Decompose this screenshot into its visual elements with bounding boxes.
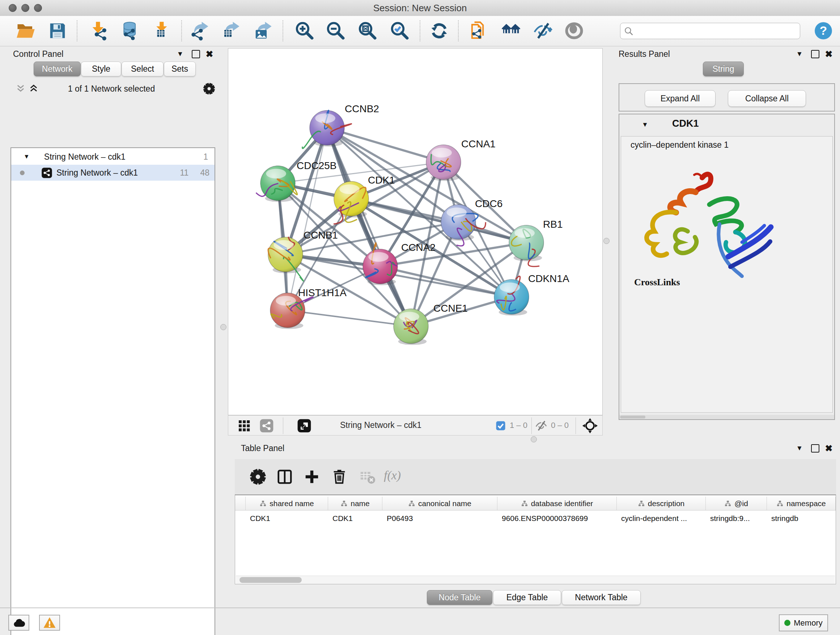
help-button[interactable]: ? [814,21,833,40]
tab-network-table[interactable]: Network Table [562,590,641,605]
node-CDK1[interactable] [333,181,369,224]
results-panel-float-button[interactable] [811,48,819,60]
export-table-icon [221,21,240,42]
home-pages-button[interactable] [501,21,521,41]
network-canvas[interactable]: CCNB2CCNA1CDC25BCDK1CDC6RB1CCNB1CCNA2HIS… [228,48,603,415]
table-panel-close-button[interactable]: ✖ [824,442,834,454]
node-label-HIST1H1A: HIST1H1A [298,287,347,298]
detach-view-icon[interactable] [297,418,311,433]
import-network-icon [88,21,108,42]
node-CDC6[interactable] [441,204,485,246]
zoom-fit-button[interactable] [357,21,377,41]
expand-all-button[interactable]: Expand All [645,90,715,107]
collapse-all-button[interactable]: Collapse All [728,90,806,107]
cloud-status-button[interactable] [8,615,29,631]
gear-icon[interactable] [203,82,215,95]
table-hscrollbar-thumb[interactable] [240,577,302,583]
hidden-count: 0 – 0 [551,421,569,430]
node-CDKN1A[interactable] [494,276,529,316]
table-row[interactable]: CDK1CDK1P064939606.ENSP00000378699cyclin… [235,510,836,526]
left-splitter-handle[interactable] [220,324,226,330]
control-panel-close-button[interactable]: ✖ [205,48,214,60]
column-header-name[interactable]: name [328,497,382,510]
table-panel-float-button[interactable] [811,442,819,454]
node-label-CCNA1: CCNA1 [461,138,496,149]
horizontal-splitter-handle[interactable] [531,436,537,442]
column-header--id[interactable]: @id [706,497,767,510]
tab-sets[interactable]: Sets [164,62,196,76]
tab-string[interactable]: String [703,62,744,76]
results-scrollbar-track[interactable] [619,415,834,419]
node-count: 11 [180,168,189,178]
network-collection-row[interactable]: ▼ String Network – cdk1 1 [11,149,215,165]
column-type-icon [521,500,528,507]
results-scrollbar-thumb[interactable] [620,416,645,418]
add-column-icon[interactable] [303,469,320,485]
edge-CCNE1-HIST1H1A[interactable] [287,310,411,326]
birds-eye-view-icon[interactable] [237,418,251,433]
tree-expander-icon[interactable]: ▼ [24,153,30,160]
import-table-button[interactable] [152,21,172,41]
node-CCNE1[interactable] [393,309,428,345]
zoom-out-button[interactable] [325,21,345,41]
node-CCNA1[interactable] [426,145,461,181]
tab-edge-table[interactable]: Edge Table [493,590,561,605]
refresh-icon [429,21,449,42]
control-panel-float-menu[interactable]: ▼ [175,48,185,60]
open-session-button[interactable] [16,21,35,41]
node-RB1[interactable] [509,225,544,266]
search-box[interactable] [620,23,800,39]
crosshair-icon[interactable] [582,418,598,434]
import-network-database-button[interactable] [119,21,139,41]
results-panel-float-menu[interactable]: ▼ [795,48,804,60]
string-network-icon [41,167,52,179]
zoom-selected-button[interactable] [390,21,409,41]
export-image-button[interactable] [253,21,273,41]
delete-column-icon[interactable] [331,469,347,485]
node-CCNA2[interactable] [363,243,398,285]
table-hscrollbar[interactable] [236,576,835,584]
string-network-graph[interactable]: CCNB2CCNA1CDC25BCDK1CDC6RB1CCNB1CCNA2HIS… [228,49,602,415]
refresh-view-button[interactable] [429,21,449,41]
selected-checkbox-icon[interactable] [495,420,506,431]
column-header-gutter[interactable] [235,497,246,510]
tab-style[interactable]: Style [81,62,121,76]
export-network-button[interactable] [190,21,210,41]
network-row-selected[interactable]: String Network – cdk1 11 48 [11,165,215,181]
column-header-namespace[interactable]: namespace [767,497,836,510]
import-table-icon [152,21,172,42]
table-gear-icon[interactable] [249,469,266,485]
column-header-shared-name[interactable]: shared name [246,497,328,510]
save-session-button[interactable] [48,21,67,41]
hide-display-button[interactable] [533,21,553,41]
right-splitter-handle[interactable] [603,238,609,244]
column-label: @id [734,499,748,508]
column-type-icon [408,500,415,507]
edge-CCNA2-CDKN1A[interactable] [380,266,512,297]
node-CDC25B[interactable] [256,166,297,202]
string-import-button[interactable] [469,21,489,41]
column-header-canonical-name[interactable]: canonical name [382,497,497,510]
column-header-description[interactable]: description [617,497,706,510]
export-image-icon [253,21,273,42]
import-network-file-button[interactable] [88,21,108,41]
search-input[interactable] [636,26,796,36]
table-panel-float-menu[interactable]: ▼ [795,442,804,454]
zoom-in-button[interactable] [294,21,314,41]
network-thumbnail-icon[interactable] [259,418,274,433]
tab-network[interactable]: Network [34,62,81,76]
show-display-button[interactable] [564,21,584,41]
section-collapse-icon[interactable]: ▼ [642,121,648,128]
results-actions-box: Expand All Collapse All [619,83,835,111]
results-panel-close-button[interactable]: ✖ [824,48,834,60]
node-label-CCNE1: CCNE1 [433,302,468,314]
column-header-database-identifier[interactable]: database identifier [497,497,617,510]
control-panel-float-button[interactable] [192,48,200,60]
tab-select[interactable]: Select [122,62,164,76]
main-toolbar: ? [0,16,840,46]
memory-button[interactable]: Memory [779,614,828,631]
export-table-button[interactable] [221,21,240,41]
show-columns-icon[interactable] [276,469,293,485]
tab-node-table[interactable]: Node Table [427,590,493,605]
warnings-button[interactable] [39,615,60,631]
